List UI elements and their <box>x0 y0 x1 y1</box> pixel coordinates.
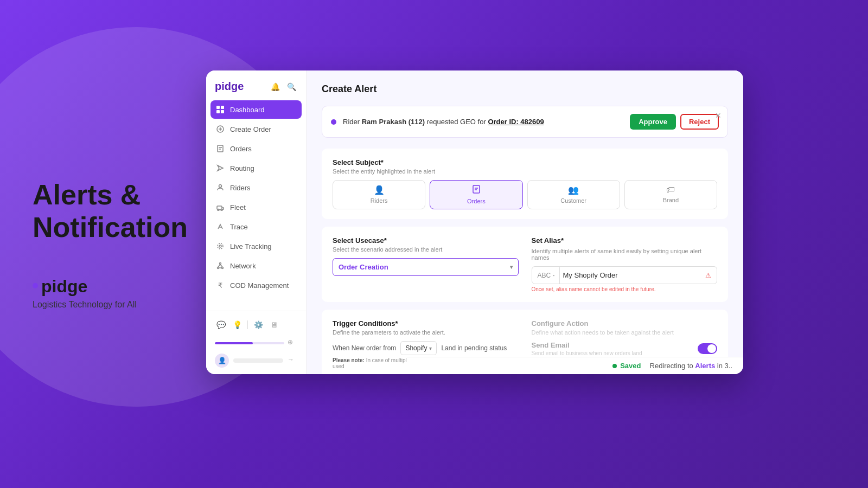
subject-option-riders[interactable]: 👤 Riders <box>333 180 425 209</box>
create-order-icon <box>216 125 225 133</box>
select-subject-sublabel: Select the entity highlighted in the ale… <box>333 168 717 175</box>
usecase-alias-row: Select Usecase* Select the scenario addr… <box>333 236 717 292</box>
alias-input-row: ABC - ⚠ <box>532 266 718 284</box>
usecase-chevron-icon: ▾ <box>510 264 513 270</box>
notification-icon[interactable]: 🔔 <box>269 81 281 93</box>
usecase-col: Select Usecase* Select the scenario addr… <box>333 236 519 276</box>
send-email-sublabel: Send email to business when new orders l… <box>532 350 642 356</box>
redirect-link[interactable]: Alerts <box>695 362 715 370</box>
sidebar-item-fleet[interactable]: Fleet <box>210 198 302 216</box>
svg-point-12 <box>218 209 219 211</box>
sidebar-item-live-tracking[interactable]: Live Tracking <box>210 237 302 255</box>
send-email-toggle[interactable] <box>698 343 717 354</box>
cod-icon: ₹ <box>216 281 225 290</box>
footer-bar: Saved Redirecting to Alerts in 3.. <box>407 357 743 374</box>
svg-point-15 <box>219 245 221 247</box>
svg-point-13 <box>221 209 222 211</box>
approve-button[interactable]: Approve <box>630 114 676 130</box>
sidebar-item-cod-management[interactable]: ₹ COD Management <box>210 276 302 294</box>
bottom-icons-row: 💬 💡 ⚙️ 🖥 <box>210 316 302 334</box>
subject-option-customer[interactable]: 👥 Customer <box>527 180 620 209</box>
progress-icon[interactable]: ⊕ <box>288 338 297 348</box>
orders-icon <box>216 144 225 153</box>
notif-dot <box>331 119 336 125</box>
sidebar-bottom: 💬 💡 ⚙️ 🖥 ⊕ 👤 → <box>206 311 306 374</box>
sidebar-item-orders[interactable]: Orders <box>210 139 302 158</box>
sidebar: pidge 🔔 🔍 Dashboard <box>206 70 307 374</box>
trigger-status-text: Land in pending status <box>441 344 507 352</box>
brand-option-icon: 🏷 <box>666 185 675 195</box>
alias-warning: Once set, alias name cannot be edited in… <box>532 286 718 292</box>
send-email-row: Send Email Send email to business when n… <box>532 341 718 356</box>
trace-icon <box>216 222 225 231</box>
subject-option-brand[interactable]: 🏷 Brand <box>624 180 717 209</box>
usecase-sublabel: Select the scenario addressed in the ale… <box>333 246 519 253</box>
configure-action-label: Configure Action <box>532 319 718 328</box>
subject-options: 👤 Riders Orders <box>333 180 717 209</box>
sidebar-header: pidge 🔔 🔍 <box>206 70 306 100</box>
svg-rect-1 <box>221 106 224 109</box>
subject-option-orders[interactable]: Orders <box>430 180 522 209</box>
orders-option-icon <box>472 185 481 196</box>
riders-option-icon: 👤 <box>374 185 385 195</box>
svg-point-16 <box>218 243 223 249</box>
notification-banner: Rider Ram Prakash (112) requested GEO fo… <box>322 106 728 138</box>
branding-area: Alerts & Notification pidge Logistics Te… <box>33 179 188 310</box>
chat-icon[interactable]: 💬 <box>215 319 227 331</box>
bulb-icon[interactable]: 💡 <box>231 319 243 331</box>
settings-icon[interactable]: ⚙️ <box>252 319 264 331</box>
svg-line-20 <box>218 265 220 267</box>
pidge-logo-area: pidge Logistics Technology for All <box>33 276 188 309</box>
alias-col: Set Alias* Identify multiple alerts of s… <box>532 236 718 292</box>
user-name <box>233 358 283 363</box>
sidebar-header-icons: 🔔 🔍 <box>269 81 297 93</box>
trigger-label: Trigger Conditions* <box>333 319 519 328</box>
svg-point-19 <box>222 267 224 269</box>
sidebar-item-trace[interactable]: Trace <box>210 217 302 236</box>
search-icon[interactable]: 🔍 <box>285 81 297 93</box>
progress-bar <box>215 342 284 344</box>
sidebar-item-network[interactable]: Network <box>210 256 302 275</box>
user-avatar: 👤 <box>215 354 229 368</box>
send-email-left: Send Email Send email to business when n… <box>532 341 642 356</box>
alias-label: Set Alias* <box>532 236 564 245</box>
icon-divider <box>247 320 248 329</box>
svg-point-17 <box>220 263 221 265</box>
alias-prefix: ABC - <box>538 267 560 284</box>
trigger-source-select[interactable]: Shopify ▾ <box>400 341 437 355</box>
configure-action-sublabel: Define what action needs to be taken aga… <box>532 329 718 336</box>
svg-line-21 <box>220 265 222 267</box>
svg-rect-7 <box>218 145 223 152</box>
screen-icon[interactable]: 🖥 <box>269 319 280 331</box>
close-notification-icon[interactable]: ✕ <box>713 111 723 120</box>
logo-dot <box>33 283 38 288</box>
sidebar-item-dashboard[interactable]: Dashboard <box>210 100 302 119</box>
svg-point-18 <box>218 267 219 269</box>
content-inner: Create Alert Rider Ram Prakash (112) req… <box>307 70 743 374</box>
saved-dot <box>612 364 617 368</box>
user-row: 👤 → <box>210 351 302 370</box>
svg-point-10 <box>219 185 222 188</box>
alias-label-row: Set Alias* <box>532 236 718 246</box>
sidebar-item-create-order[interactable]: Create Order <box>210 120 302 138</box>
progress-wrap: ⊕ <box>210 337 302 351</box>
routing-icon <box>216 164 225 172</box>
sidebar-item-riders[interactable]: Riders <box>210 178 302 197</box>
sidebar-logo: pidge <box>215 80 244 93</box>
trigger-when-text: When New order from <box>333 344 396 352</box>
redirect-text: Redirecting to Alerts in 3.. <box>650 362 732 370</box>
riders-icon <box>216 183 225 192</box>
progress-fill <box>215 342 253 344</box>
dashboard-icon <box>216 105 225 114</box>
logout-icon[interactable]: → <box>288 356 297 365</box>
alias-input[interactable] <box>563 267 702 284</box>
send-email-label: Send Email <box>532 341 642 349</box>
sidebar-nav: Dashboard Create Order <box>206 100 306 311</box>
sidebar-item-routing[interactable]: Routing <box>210 159 302 177</box>
live-tracking-icon <box>216 242 225 251</box>
source-chevron-icon: ▾ <box>429 345 432 351</box>
select-subject-label: Select Subject* <box>333 158 717 166</box>
svg-rect-0 <box>216 106 220 109</box>
usecase-select[interactable]: Order Creation ▾ <box>333 258 519 276</box>
svg-rect-2 <box>216 110 220 113</box>
